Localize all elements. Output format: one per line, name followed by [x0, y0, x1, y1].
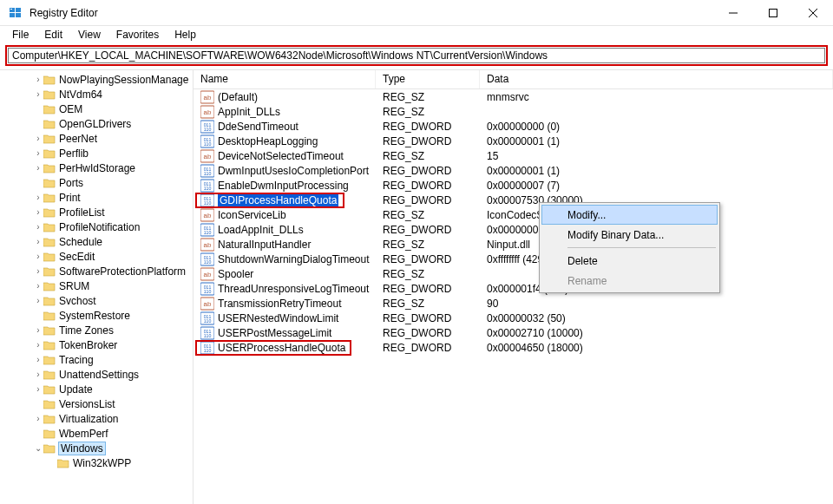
- menu-view[interactable]: View: [71, 27, 108, 43]
- chevron-right-icon[interactable]: ›: [33, 355, 43, 364]
- address-bar[interactable]: [8, 48, 825, 63]
- menu-edit[interactable]: Edit: [37, 27, 69, 43]
- list-row[interactable]: USERProcessHandleQuotaREG_DWORD0x0000465…: [193, 340, 833, 355]
- chevron-down-icon[interactable]: ⌄: [33, 443, 43, 453]
- tree-item[interactable]: ›Print: [0, 190, 193, 205]
- tree-item[interactable]: ›SecEdit: [0, 249, 193, 264]
- chevron-right-icon[interactable]: ›: [33, 340, 43, 350]
- tree-label: SystemRestore: [59, 310, 130, 322]
- tree-item[interactable]: ·OpenGLDrivers: [0, 116, 193, 131]
- list-row[interactable]: GDIProcessHandleQuotaREG_DWORD0x00007530…: [193, 193, 833, 207]
- close-button[interactable]: [793, 0, 833, 26]
- tree-item[interactable]: ›ProfileNotification: [0, 219, 193, 234]
- chevron-right-icon[interactable]: ›: [33, 134, 43, 143]
- list-row[interactable]: SpoolerREG_SZ: [193, 266, 833, 281]
- chevron-right-icon[interactable]: ›: [33, 281, 43, 291]
- list-row[interactable]: USERPostMessageLimitREG_DWORD0x00002710 …: [193, 325, 833, 340]
- list-row[interactable]: AppInit_DLLsREG_SZ: [193, 104, 833, 119]
- ctx-modify[interactable]: Modify...: [541, 205, 718, 225]
- chevron-right-icon[interactable]: ›: [33, 148, 43, 158]
- tree-pane[interactable]: ›NowPlayingSessionManage›NtVdm64·OEM·Ope…: [0, 70, 193, 504]
- tree-item[interactable]: ›ProfileList: [0, 205, 193, 219]
- maximize-button[interactable]: [753, 0, 793, 26]
- tree-item[interactable]: ›SRUM: [0, 278, 193, 293]
- dword-value-icon: [200, 164, 214, 178]
- tree-item[interactable]: ·VersionsList: [0, 396, 193, 411]
- col-type[interactable]: Type: [376, 70, 480, 88]
- chevron-right-icon[interactable]: ›: [33, 222, 43, 232]
- list-row[interactable]: IconServiceLibREG_SZIconCodecService.dll: [193, 207, 833, 222]
- ctx-modify-binary[interactable]: Modify Binary Data...: [541, 225, 718, 245]
- chevron-right-icon[interactable]: ›: [33, 252, 43, 261]
- chevron-right-icon[interactable]: ›: [33, 384, 43, 394]
- value-type: REG_DWORD: [376, 283, 480, 295]
- chevron-right-icon[interactable]: ›: [33, 414, 43, 423]
- value-data: 0x00000000 (0): [480, 121, 833, 133]
- col-name[interactable]: Name: [193, 70, 376, 88]
- list-row[interactable]: NaturalInputHandlerREG_SZNinput.dll: [193, 237, 833, 252]
- chevron-right-icon[interactable]: ›: [33, 325, 43, 335]
- menu-favorites[interactable]: Favorites: [109, 27, 166, 43]
- col-data[interactable]: Data: [480, 70, 833, 88]
- chevron-right-icon[interactable]: ›: [33, 296, 43, 305]
- tree-item[interactable]: ·WbemPerf: [0, 426, 193, 441]
- value-name: DwmInputUsesIoCompletionPort: [218, 165, 369, 177]
- minimize-button[interactable]: [713, 0, 753, 26]
- list-row[interactable]: DesktopHeapLoggingREG_DWORD0x00000001 (1…: [193, 134, 833, 148]
- chevron-right-icon[interactable]: ›: [33, 237, 43, 246]
- tree-item[interactable]: ›Update: [0, 382, 193, 396]
- menu-file[interactable]: File: [5, 27, 36, 43]
- value-name: DesktopHeapLogging: [218, 135, 318, 147]
- menu-help[interactable]: Help: [167, 27, 203, 43]
- tree-item[interactable]: ›PeerNet: [0, 131, 193, 146]
- tree-item[interactable]: ·SystemRestore: [0, 308, 193, 323]
- tree-item[interactable]: ›Schedule: [0, 234, 193, 249]
- chevron-right-icon[interactable]: ›: [33, 89, 43, 99]
- tree-label: OEM: [59, 103, 82, 115]
- tree-item[interactable]: ›SoftwareProtectionPlatform: [0, 264, 193, 278]
- list-row[interactable]: DeviceNotSelectedTimeoutREG_SZ15: [193, 148, 833, 163]
- tree-item[interactable]: ·Ports: [0, 175, 193, 190]
- dword-value-icon: [200, 341, 214, 355]
- tree-label: SRUM: [59, 280, 89, 292]
- tree-item[interactable]: ›Perflib: [0, 146, 193, 160]
- tree-item[interactable]: ›Svchost: [0, 293, 193, 308]
- svg-rect-2: [10, 13, 15, 17]
- value-type: REG_SZ: [376, 150, 480, 162]
- list-row[interactable]: LoadAppInit_DLLsREG_DWORD0x00000000 (0): [193, 222, 833, 237]
- string-value-icon: [200, 105, 214, 119]
- chevron-right-icon[interactable]: ›: [33, 75, 43, 84]
- tree-item[interactable]: ›NowPlayingSessionManage: [0, 72, 193, 87]
- tree-item[interactable]: ⌄Windows: [0, 441, 193, 455]
- value-name: DdeSendTimeout: [218, 121, 298, 133]
- tree-item[interactable]: ›UnattendSettings: [0, 367, 193, 382]
- list-row[interactable]: USERNestedWindowLimitREG_DWORD0x00000032…: [193, 311, 833, 325]
- tree-item[interactable]: ›Virtualization: [0, 411, 193, 426]
- value-type: REG_SZ: [376, 106, 480, 118]
- tree-item[interactable]: ›Tracing: [0, 352, 193, 367]
- chevron-right-icon[interactable]: ›: [33, 193, 43, 202]
- list-row[interactable]: EnableDwmInputProcessingREG_DWORD0x00000…: [193, 178, 833, 193]
- tree-item[interactable]: ›NtVdm64: [0, 87, 193, 101]
- chevron-right-icon[interactable]: ›: [33, 163, 43, 173]
- chevron-right-icon[interactable]: ›: [33, 266, 43, 276]
- list-row[interactable]: DwmInputUsesIoCompletionPortREG_DWORD0x0…: [193, 163, 833, 178]
- list-row[interactable]: TransmissionRetryTimeoutREG_SZ90: [193, 296, 833, 311]
- ctx-delete[interactable]: Delete: [541, 251, 718, 271]
- tree-item[interactable]: ·OEM: [0, 101, 193, 116]
- tree-item[interactable]: ›PerHwIdStorage: [0, 160, 193, 175]
- tree-label: VersionsList: [59, 398, 115, 410]
- tree-item[interactable]: ›Time Zones: [0, 323, 193, 337]
- list-row[interactable]: (Default)REG_SZmnmsrvc: [193, 89, 833, 104]
- list-row[interactable]: ThreadUnresponsiveLogTimeoutREG_DWORD0x0…: [193, 281, 833, 296]
- folder-icon: [43, 325, 56, 336]
- tree-item[interactable]: ·Win32kWPP: [0, 455, 193, 470]
- tree-label: NtVdm64: [59, 88, 102, 101]
- tree-item[interactable]: ›TokenBroker: [0, 337, 193, 352]
- chevron-right-icon[interactable]: ›: [33, 207, 43, 217]
- list-row[interactable]: DdeSendTimeoutREG_DWORD0x00000000 (0): [193, 119, 833, 134]
- list-row[interactable]: ShutdownWarningDialogTimeoutREG_DWORD0xf…: [193, 252, 833, 266]
- list-body[interactable]: (Default)REG_SZmnmsrvcAppInit_DLLsREG_SZ…: [193, 89, 833, 355]
- chevron-right-icon[interactable]: ›: [33, 370, 43, 379]
- value-name: Spooler: [218, 268, 253, 280]
